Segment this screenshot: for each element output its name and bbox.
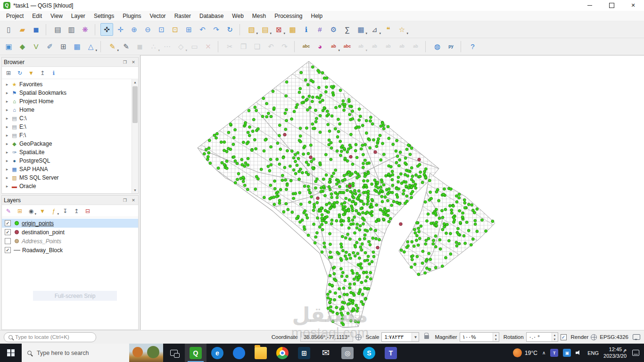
chevron-down-icon[interactable]: ▼ [412, 333, 419, 341]
menu-edit[interactable]: Edit [28, 11, 46, 21]
python-console-button[interactable]: py [445, 40, 457, 53]
layer-checkbox[interactable]: ✓ [5, 220, 11, 226]
menu-project[interactable]: Project [2, 11, 28, 21]
new-project-button[interactable]: ▯ [2, 23, 15, 36]
layer-item-address-points[interactable]: Address_Points [2, 237, 138, 246]
expand-arrow[interactable]: ▸ [4, 99, 10, 104]
select-all-features-button[interactable]: ▦ [286, 23, 299, 36]
add-group-button[interactable]: ⊞ [15, 206, 25, 216]
zoom-to-selection-button[interactable]: ⊡ [169, 23, 182, 36]
taskbar-app-qgis[interactable]: Q [185, 344, 206, 362]
help-button[interactable]: ? [466, 40, 479, 53]
menu-web[interactable]: Web [228, 11, 248, 21]
zoom-in-button[interactable]: ⊕ [128, 23, 140, 36]
layer-diagram-button[interactable]: ◕ [314, 40, 326, 53]
coordinate-input[interactable]: 38.8566°,-77.1113° [300, 332, 353, 342]
collapse-all-button[interactable]: ↥ [37, 68, 48, 78]
pan-map-button[interactable]: ✜ [100, 23, 113, 36]
messages-icon[interactable] [633, 334, 640, 340]
expand-arrow[interactable]: ▸ [4, 150, 10, 155]
browser-item-drive-f[interactable]: ▸▤F:\ [2, 131, 132, 140]
scroll-track[interactable] [132, 85, 138, 187]
browser-item-drive-e[interactable]: ▸▤E:\ [2, 123, 132, 131]
map-canvas[interactable] [140, 55, 644, 330]
taskbar-app-browser-blue[interactable] [228, 344, 250, 362]
tray-chevron-icon[interactable]: ∧ [542, 350, 545, 355]
browser-item-ms-sql-server[interactable]: ▸▥MS SQL Server [2, 173, 132, 182]
teams-tray-icon[interactable]: T [550, 349, 558, 357]
filter-by-expression-button[interactable]: ƒ▾ [49, 206, 59, 216]
new-print-layout-button[interactable]: ▤ [51, 23, 64, 36]
close-button[interactable] [622, 0, 644, 11]
browser-item-drive-c[interactable]: ▸▤C:\ [2, 114, 132, 123]
scroll-down-icon[interactable]: ▼ [132, 187, 138, 193]
minimize-button[interactable] [579, 0, 601, 11]
browser-item-home[interactable]: ▸⌂Home [2, 106, 132, 114]
rotation-spinner[interactable]: ٠.٠ ° ▲▼ [526, 332, 558, 342]
expand-arrow[interactable]: ▸ [4, 82, 10, 87]
language-indicator[interactable]: ENG [587, 350, 599, 356]
layer-item-destination-point[interactable]: ✓destination_point [2, 228, 138, 237]
menu-mesh[interactable]: Mesh [248, 11, 270, 21]
statistical-summary-button[interactable]: ∑ [341, 23, 354, 36]
select-features-button[interactable]: ▧▾ [245, 23, 258, 36]
identify-features-button[interactable]: ℹ [300, 23, 313, 36]
menu-help[interactable]: Help [307, 11, 327, 21]
open-layer-styling-button[interactable]: ✎ [3, 206, 14, 216]
layers-float-icon[interactable] [122, 198, 128, 203]
add-selected-layers-button[interactable]: ⊞ [3, 68, 14, 78]
taskbar-app-skype[interactable]: S [358, 344, 380, 362]
browser-item-spatial-bookmarks[interactable]: ▸⚑Spatial Bookmarks [2, 89, 132, 97]
weather-widget[interactable]: 19°C [513, 348, 537, 357]
current-edits-button[interactable]: ✎▾ [106, 40, 119, 53]
attribute-table-button[interactable]: ▦▾ [355, 23, 367, 36]
taskbar-app-camera-app[interactable]: ◎ [337, 344, 358, 362]
new-mesh-layer-button[interactable]: △▾ [84, 40, 97, 53]
expand-arrow[interactable]: ▸ [4, 167, 10, 172]
collapse-all-layers-button[interactable]: ↥ [71, 206, 82, 216]
epsg-globe-icon[interactable] [591, 334, 597, 340]
expand-arrow[interactable]: ▸ [4, 116, 10, 121]
new-geopackage-layer-button[interactable]: ◆ [16, 40, 29, 53]
menu-processing[interactable]: Processing [270, 11, 306, 21]
remove-layer-button[interactable]: ⊟ [83, 206, 93, 216]
save-project-button[interactable]: ◼ [30, 23, 42, 36]
expand-arrow[interactable]: ▸ [4, 133, 10, 138]
restore-button[interactable] [601, 0, 622, 11]
browser-item-postgresql[interactable]: ▸●PostgreSQL [2, 156, 132, 165]
menu-settings[interactable]: Settings [90, 11, 118, 21]
spatial-bookmarks-button[interactable]: ☆▾ [396, 23, 408, 36]
taskbar-app-microsoft-store[interactable]: ⊞ [293, 344, 315, 362]
browser-item-oracle[interactable]: ▸▬Oracle [2, 182, 132, 190]
layer-checkbox[interactable] [5, 238, 11, 244]
show-layout-manager-button[interactable]: ▥ [65, 23, 78, 36]
filter-browser-button[interactable]: ▼ [26, 68, 36, 78]
filter-legend-button[interactable]: ▼ [37, 206, 48, 216]
zoom-next-button[interactable]: ↷ [210, 23, 223, 36]
start-button[interactable] [0, 344, 22, 362]
manage-map-themes-button[interactable]: ◉▾ [26, 206, 36, 216]
highlight-pinned-labels-button[interactable]: abc [341, 40, 354, 53]
browser-close-icon[interactable] [131, 60, 136, 65]
browser-item-spatialite[interactable]: ▸✑SpatiaLite [2, 148, 132, 156]
zoom-full-button[interactable]: ⊡ [155, 23, 168, 36]
layer-checkbox[interactable]: ✓ [5, 229, 11, 235]
toggle-editing-button[interactable]: ✎ [120, 40, 132, 53]
zoom-to-layer-button[interactable]: ⊞ [182, 23, 195, 36]
refresh-map-button[interactable]: ↻ [223, 23, 236, 36]
field-calculator-button[interactable]: # [314, 23, 326, 36]
spinner-arrows-icon[interactable]: ▲▼ [493, 333, 499, 341]
open-project-button[interactable]: ▰ [16, 23, 29, 36]
menu-raster[interactable]: Raster [170, 11, 195, 21]
taskbar-app-edge[interactable]: e [206, 344, 228, 362]
new-virtual-layer-button[interactable]: ⊞ [57, 40, 70, 53]
taskbar-app-mail[interactable]: ✉ [315, 344, 337, 362]
data-source-manager-button[interactable]: ▣ [2, 40, 15, 53]
expand-arrow[interactable]: ▸ [4, 175, 10, 180]
lock-scale-icon[interactable] [424, 335, 429, 339]
display-tray-icon[interactable]: ▣ [563, 349, 571, 357]
scale-combo[interactable]: 1:٧٨٢٣٣ ▼ [381, 332, 419, 342]
browser-item-geopackage[interactable]: ▸◆GeoPackage [2, 140, 132, 148]
expand-arrow[interactable]: ▸ [4, 141, 10, 146]
render-checkbox[interactable]: ✓ [561, 334, 567, 340]
